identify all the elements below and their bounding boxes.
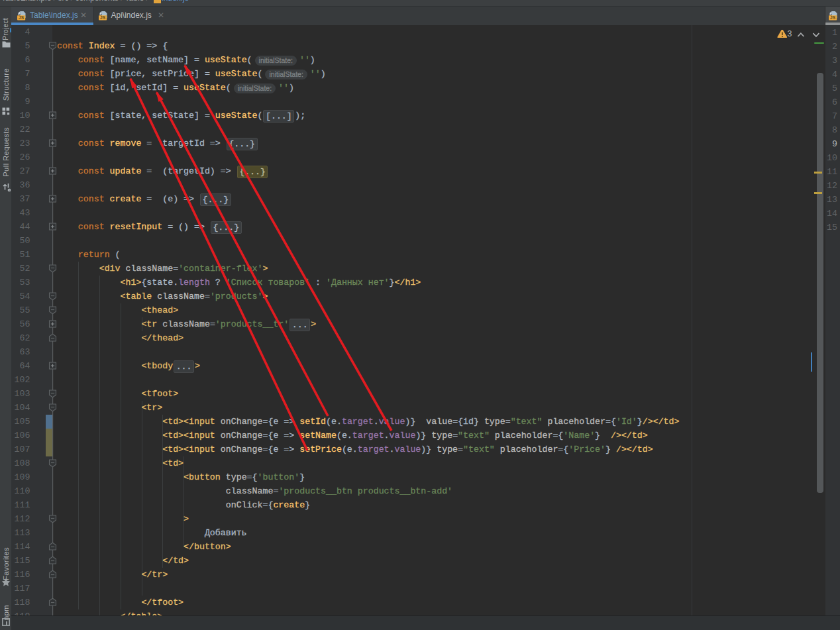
svg-text:JS: JS xyxy=(830,15,836,20)
svg-text:JS: JS xyxy=(19,15,25,20)
svg-text:JS: JS xyxy=(100,15,106,20)
